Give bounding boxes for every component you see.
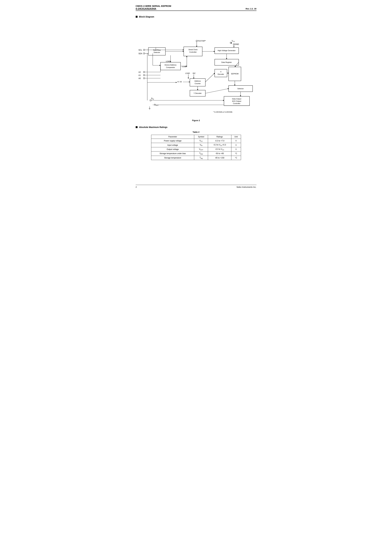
svg-text:A1: A1 — [138, 74, 141, 76]
page-header: CMOS 2-WIRE SERIAL EEPROM S-24C01A/02A/0… — [136, 5, 256, 11]
ratings-table: Parameter Symbol Ratings Unit Power supp… — [151, 135, 241, 160]
svg-rect-53 — [215, 69, 227, 77]
svg-text:Start/Stop: Start/Stop — [153, 49, 161, 51]
svg-rect-68 — [150, 100, 151, 101]
table-row: Output voltage VOUT -0.3 to VCC V — [151, 147, 241, 151]
svg-text:Address: Address — [194, 80, 201, 82]
page-number: 2 — [136, 186, 137, 188]
svg-text:A2: A2 — [138, 71, 141, 73]
svg-rect-47 — [190, 79, 205, 86]
svg-text:TEST/WP*: TEST/WP* — [198, 40, 206, 42]
figure-caption: Figure 2 — [136, 119, 256, 122]
svg-text:COMP: COMP — [182, 66, 187, 67]
svg-text:Data Register: Data Register — [221, 61, 232, 63]
bullet-icon-2 — [136, 126, 138, 128]
svg-rect-35 — [160, 62, 181, 70]
svg-text:Detector: Detector — [154, 51, 160, 53]
svg-text:Controller: Controller — [189, 51, 197, 53]
svg-text:SCL: SCL — [138, 49, 142, 51]
col-parameter: Parameter — [151, 135, 194, 139]
svg-line-60 — [205, 89, 229, 93]
svg-text:Counter: Counter — [195, 83, 201, 84]
block-diagram: SCL SDA Start/Stop Detector Serial Clock… — [136, 21, 256, 117]
svg-text:Serial Clock: Serial Clock — [188, 49, 197, 51]
company-name: Seiko Instruments Inc. — [237, 186, 256, 188]
diagram-svg: SCL SDA Start/Stop Detector Serial Clock… — [136, 21, 256, 117]
svg-text:Decoder: Decoder — [218, 73, 224, 75]
svg-rect-79 — [143, 71, 145, 73]
block-diagram-heading: Block Diagram — [136, 15, 256, 18]
header-title-line1: CMOS 2-WIRE SERIAL EEPROM — [136, 5, 171, 7]
svg-text:INC: INC — [193, 72, 196, 74]
svg-text:High-Voltage Generator: High-Voltage Generator — [218, 50, 236, 51]
svg-rect-4 — [143, 53, 145, 54]
ratings-heading: Absolute Maximum Ratings — [136, 126, 256, 128]
svg-text:Selector: Selector — [237, 88, 244, 89]
svg-text:GND: GND — [235, 43, 239, 45]
bullet-icon — [136, 16, 138, 18]
svg-text:*   S-24C02A or S-24C04A: * S-24C02A or S-24C04A — [213, 111, 232, 113]
svg-text:A0: A0 — [138, 77, 141, 80]
table-caption: Table 2 — [136, 131, 256, 133]
table-row: Power supply voltage VCC -0.3 to +7.0 V — [151, 139, 241, 143]
svg-rect-19 — [196, 40, 197, 42]
svg-text:Device Address: Device Address — [165, 64, 176, 66]
svg-rect-85 — [143, 78, 145, 79]
svg-text:R / W: R / W — [177, 81, 182, 83]
header-title: CMOS 2-WIRE SERIAL EEPROM S-24C01A/02A/0… — [136, 5, 171, 10]
header-title-line2: S-24C01A/02A/04A — [136, 7, 171, 10]
header-rev: Rev. 2.2_30 — [246, 7, 256, 10]
svg-rect-26 — [233, 44, 234, 45]
svg-line-61 — [205, 73, 215, 82]
svg-text:Y Decoder: Y Decoder — [194, 92, 202, 94]
svg-text:Controller: Controller — [233, 102, 240, 104]
svg-text:LOAD: LOAD — [166, 60, 171, 62]
table-row: Storage temperature Tstg -65 to +150 °C — [151, 156, 241, 160]
svg-marker-24 — [231, 42, 232, 43]
svg-rect-1 — [143, 49, 145, 51]
svg-text:X: X — [220, 71, 221, 73]
svg-text:Comparator: Comparator — [166, 66, 175, 68]
svg-line-95 — [235, 62, 239, 67]
svg-rect-82 — [143, 74, 145, 76]
svg-text:SDA: SDA — [138, 52, 142, 55]
page-footer: 2 Seiko Instruments Inc. — [136, 185, 256, 188]
col-symbol: Symbol — [194, 135, 208, 139]
svg-text:EEPROM: EEPROM — [231, 73, 239, 75]
col-unit: Unit — [231, 135, 241, 139]
table-row: Input voltage VIN -0.3 to VCC+0.3 V — [151, 143, 241, 147]
svg-text:Data Output: Data Output — [232, 98, 241, 100]
table-row: Storage temperature under bias Tbias -50… — [151, 152, 241, 156]
col-ratings: Ratings — [208, 135, 231, 139]
svg-text:ACK Output: ACK Output — [232, 100, 241, 102]
svg-text:LOAD: LOAD — [185, 72, 190, 74]
svg-text:VCC: VCC — [232, 40, 235, 42]
svg-text:DIN: DIN — [151, 97, 154, 100]
